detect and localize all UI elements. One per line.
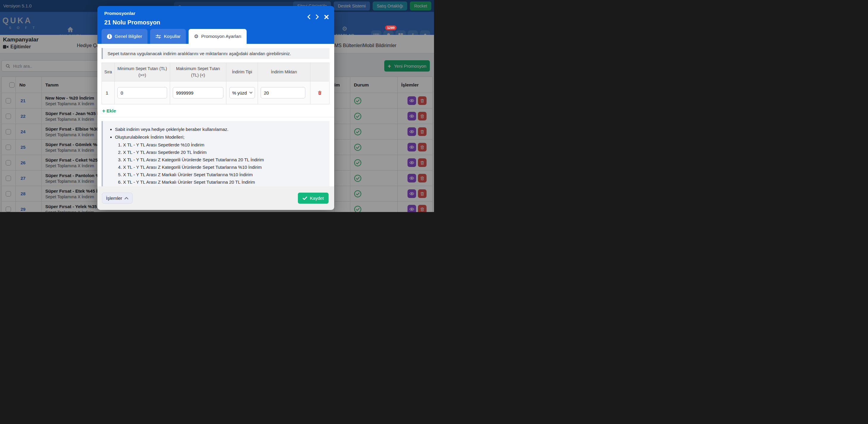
close-icon[interactable]	[324, 15, 329, 19]
discount-amount-input[interactable]	[261, 87, 305, 98]
model-item: X TL - Y TL Arası Z Kategorili Ürünlerde…	[123, 157, 323, 163]
models-list: X TL - Y TL Arası Sepetlerde %10 İndirim…	[110, 142, 323, 185]
info-alert: Sepet tutarına uygulanacak indirim aralı…	[101, 48, 330, 59]
alert-text: Sepet tutarına uygulanacak indirim aralı…	[103, 48, 330, 59]
modal-subtitle: 21 Nolu Promosyon	[104, 19, 160, 26]
discount-ranges-table: Sıra Minimum Sepet Tutarı (TL) (>=) Maks…	[101, 63, 330, 104]
min-amount-input[interactable]	[117, 87, 167, 98]
sliders-icon	[155, 34, 161, 39]
info-circle-icon: i	[107, 34, 112, 39]
notification-badge: 1289	[385, 25, 397, 30]
rules-box: Sabit indirim veya hediye çekleriyle ber…	[101, 121, 330, 186]
promotion-modal: Promosyonlar 21 Nolu Promosyon i Genel B…	[97, 6, 334, 210]
check-icon	[303, 197, 307, 200]
discount-type-select[interactable]: % yüzd	[229, 87, 255, 98]
col-min: Minimum Sepet Tutarı (TL) (>=)	[115, 63, 170, 81]
tab-promosyon-ayarlari[interactable]: ⚙ Promosyon Ayarları	[189, 29, 247, 44]
app-screen: Versiyon 5.1.0 Siteyi Görüntüle Destek S…	[0, 0, 434, 212]
modal-tabs: i Genel Bilgiler Koşullar ⚙ Promosyon Ay…	[101, 29, 247, 44]
rules-list: Sabit indirim veya hediye çekleriyle ber…	[110, 126, 323, 140]
col-max: Maksimum Sepet Tutarı (TL) (<)	[170, 63, 226, 81]
modal-nav	[307, 14, 329, 19]
remove-row-button[interactable]	[317, 90, 322, 95]
islemler-label: İşlemler	[106, 196, 122, 201]
modal-footer: İşlemler Kaydet	[97, 186, 334, 210]
model-item: X TL - Y TL Arası Z Kategorili Ürünlerde…	[123, 164, 323, 170]
model-item: X TL - Y TL Arası Z Markalı Ürünler Sepe…	[123, 179, 323, 185]
prev-promo-button[interactable]	[307, 14, 311, 19]
save-button[interactable]: Kaydet	[298, 193, 329, 204]
discount-type-value: % yüzd	[232, 90, 247, 95]
row-index: 1	[102, 81, 115, 104]
discount-table-header: Sıra Minimum Sepet Tutarı (TL) (>=) Maks…	[102, 63, 329, 81]
islemler-dropdown-button[interactable]: İşlemler	[102, 193, 132, 204]
col-sira: Sıra	[102, 63, 115, 81]
rule-item: Sabit indirim veya hediye çekleriyle ber…	[115, 126, 323, 132]
tab-genel-bilgiler[interactable]: i Genel Bilgiler	[101, 29, 148, 44]
next-promo-button[interactable]	[315, 14, 319, 19]
save-label: Kaydet	[310, 196, 324, 201]
col-tip: İndirim Tipi	[226, 63, 258, 81]
tab-label: Genel Bilgiler	[115, 34, 142, 39]
rule-item: Oluşturulabilecek İndirim Modelleri;	[115, 134, 323, 140]
add-range-button[interactable]: + Ekle	[102, 108, 330, 114]
add-label: Ekle	[106, 108, 116, 114]
tab-label: Promosyon Ayarları	[201, 34, 241, 39]
gear-icon: ⚙	[194, 33, 198, 39]
modal-header: Promosyonlar 21 Nolu Promosyon i Genel B…	[97, 6, 334, 44]
trash-icon	[317, 90, 322, 95]
modal-body: Sepet tutarına uygulanacak indirim aralı…	[97, 44, 334, 186]
model-item: X TL - Y TL Arası Z Markalı Ürünler Sepe…	[123, 171, 323, 178]
modal-title: Promosyonlar	[104, 11, 135, 16]
discount-table-row: 1 % yüzd	[102, 81, 329, 104]
model-item: X TL - Y TL Arası Sepetlerde %10 İndirim	[123, 142, 323, 148]
col-miktar: İndirim Miktarı	[258, 63, 310, 81]
col-actions	[310, 63, 329, 81]
model-item: X TL - Y TL Arası Sepetlerde 20 TL İndir…	[123, 149, 323, 156]
tab-kosullar[interactable]: Koşullar	[150, 29, 186, 44]
max-amount-input[interactable]	[173, 87, 223, 98]
chevron-down-icon	[249, 91, 253, 94]
plus-icon: +	[102, 108, 105, 114]
chevron-up-icon	[125, 197, 128, 199]
tab-label: Koşullar	[164, 34, 181, 39]
